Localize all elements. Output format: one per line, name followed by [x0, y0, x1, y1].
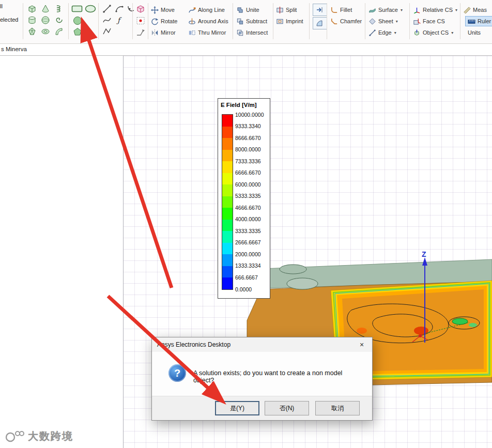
imprint-button[interactable]: Imprint: [276, 17, 303, 26]
legend-value: 666.6667: [235, 274, 258, 281]
move-label: Move: [161, 7, 175, 13]
legend-color-band: [222, 208, 233, 220]
object-cs-label: Object CS: [423, 29, 449, 36]
toolbar-separator: [309, 3, 310, 39]
cancel-button[interactable]: 取消: [315, 401, 360, 415]
along-line-label: Along Line: [198, 7, 225, 13]
object-cs-dropdown[interactable]: Object CS ▾: [413, 28, 453, 37]
draw-rectangle-icon[interactable]: [71, 5, 83, 12]
legend-value: 0.0000: [235, 286, 252, 292]
legend-color-band: [222, 138, 233, 150]
mirror-icon: [151, 29, 159, 37]
window-title-partial: s Minerva: [1, 46, 27, 52]
chevron-down-icon: ▾: [451, 30, 453, 35]
legend-value: 7333.3336: [235, 158, 261, 164]
pad-ellipse: [287, 278, 318, 289]
move-icon: [151, 6, 159, 14]
sweep-icon[interactable]: [135, 28, 146, 37]
legend-value: 4666.6670: [235, 205, 261, 211]
close-icon[interactable]: ×: [351, 337, 372, 352]
around-axis-label: Around Axis: [198, 18, 228, 24]
split-button[interactable]: Split: [276, 5, 297, 14]
draw-regular-polygon-icon[interactable]: [73, 27, 82, 37]
intersect-button[interactable]: Intersect: [236, 28, 268, 37]
draw-ellipse-icon[interactable]: [85, 5, 96, 13]
draw-bend-icon[interactable]: [54, 27, 64, 36]
fillet-icon: [330, 6, 338, 14]
draw-arc-3point-icon[interactable]: [115, 4, 124, 13]
edge-icon: [368, 29, 376, 37]
dialog-titlebar: Ansys Electronics Desktop ×: [152, 337, 372, 352]
legend-title: E Field [V/m]: [221, 102, 257, 108]
legend-value: 1333.3334: [235, 262, 261, 269]
object-cs-icon: [413, 29, 421, 37]
measure-button[interactable]: Meas: [463, 5, 487, 14]
draw-polyline-icon[interactable]: [102, 27, 112, 36]
ruler-toggle[interactable]: Ruler: [465, 16, 492, 26]
mirror-label: Mirror: [161, 29, 176, 36]
subtract-button[interactable]: Subtract: [236, 17, 267, 26]
surface-label: Surface: [378, 7, 398, 13]
point-icon[interactable]: [136, 17, 145, 25]
edge-dropdown[interactable]: Edge ▾: [368, 28, 396, 37]
draw-line-icon[interactable]: [102, 4, 112, 13]
section-tool-button[interactable]: [313, 4, 327, 16]
legend-value: 2666.6667: [235, 239, 261, 245]
edge-label: Edge: [378, 29, 392, 36]
legend-color-band: [222, 173, 233, 185]
surface-dropdown[interactable]: Surface ▾: [368, 5, 403, 14]
unite-button[interactable]: Unite: [236, 5, 259, 14]
pad-ellipse: [280, 265, 306, 274]
mirror-button[interactable]: Mirror: [151, 28, 176, 37]
draw-helix-icon[interactable]: [54, 4, 64, 13]
draw-polyhedron-icon[interactable]: [27, 27, 37, 36]
toolbar-separator: [23, 3, 23, 39]
face-cs-button[interactable]: Face CS: [413, 17, 445, 26]
draw-box-icon[interactable]: [27, 4, 37, 13]
draw-spline-icon[interactable]: [102, 16, 112, 25]
legend-color-band: [222, 277, 233, 289]
legend-value: 8000.0000: [235, 146, 261, 152]
rotate-button[interactable]: Rotate: [151, 17, 177, 26]
chamfer-button[interactable]: Chamfer: [330, 17, 362, 26]
cross-section-tool-button[interactable]: [313, 17, 327, 29]
legend-value: 10000.0000: [235, 112, 264, 118]
sweep-along-line-button[interactable]: Along Line: [188, 5, 225, 14]
uncover-faces-icon[interactable]: [135, 4, 146, 13]
draw-cone-icon[interactable]: [40, 4, 51, 13]
face-cs-icon: [413, 18, 421, 25]
draw-spiral-icon[interactable]: [54, 16, 64, 25]
draw-cylinder-icon[interactable]: [27, 16, 37, 25]
intersect-label: Intersect: [246, 29, 268, 36]
yes-button[interactable]: 是(Y): [215, 401, 259, 415]
draw-circle-icon[interactable]: [73, 16, 82, 25]
draw-arc-center-icon[interactable]: [126, 4, 135, 13]
chevron-down-icon: ▾: [455, 8, 457, 12]
legend-value: 9333.3340: [235, 123, 261, 129]
section-arrow-icon: [316, 6, 324, 13]
legend-color-band: [222, 150, 233, 162]
fillet-button[interactable]: Fillet: [330, 5, 352, 14]
toolbar-partial-label: elected: [0, 17, 18, 23]
draw-sphere-icon[interactable]: [40, 16, 51, 25]
ruler-label: Ruler: [478, 18, 491, 24]
sheet-dropdown[interactable]: Sheet ▾: [368, 17, 398, 26]
units-button[interactable]: Units: [468, 28, 481, 37]
legend-color-band: [222, 231, 233, 243]
move-button[interactable]: Move: [151, 5, 175, 14]
legend-color-band: [222, 161, 233, 173]
split-label: Split: [286, 7, 297, 13]
legend-value: 8666.6670: [235, 135, 261, 141]
sweep-thru-mirror-button[interactable]: Thru Mirror: [188, 28, 226, 37]
sweep-around-axis-button[interactable]: Around Axis: [188, 17, 228, 26]
legend-color-band: [222, 115, 233, 127]
legend-value: 6666.6670: [235, 169, 261, 176]
draw-equation-curve-icon[interactable]: ƒ: [115, 16, 124, 25]
relative-cs-dropdown[interactable]: Relative CS ▾: [413, 5, 457, 14]
toolbar-separator: [409, 3, 410, 39]
intersect-icon: [236, 29, 244, 37]
sheet-label: Sheet: [378, 18, 393, 24]
draw-torus-icon[interactable]: [40, 27, 51, 36]
no-button[interactable]: 否(N): [265, 401, 309, 415]
toolbar-partial-label: ll: [0, 3, 3, 9]
